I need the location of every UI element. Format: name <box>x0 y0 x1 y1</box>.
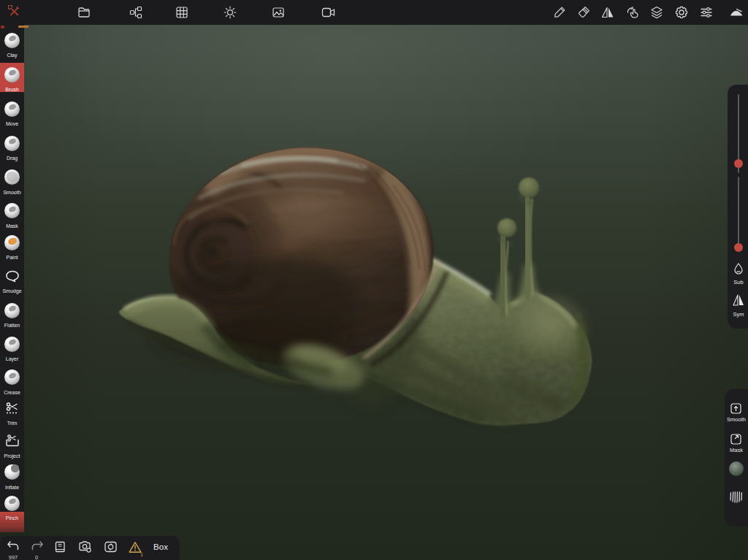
svg-text:Sym: Sym <box>733 311 744 318</box>
svg-text:Mask: Mask <box>730 447 743 453</box>
svg-text:Smooth: Smooth <box>727 416 746 423</box>
svg-text:Sub: Sub <box>733 279 743 285</box>
